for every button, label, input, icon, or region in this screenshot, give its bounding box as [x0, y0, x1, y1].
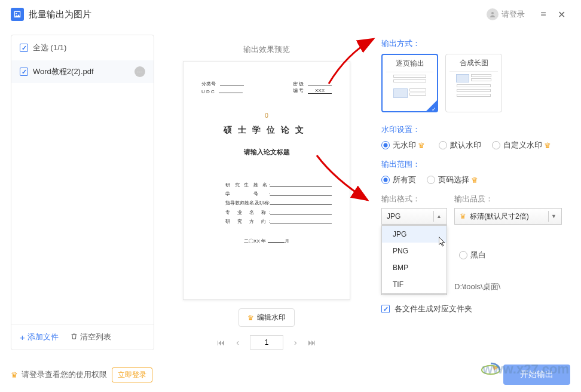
quality-label: 输出品质： — [454, 194, 562, 204]
login-now-button[interactable]: 立即登录 — [112, 368, 152, 382]
format-option-png[interactable]: PNG — [382, 243, 447, 259]
menu-icon[interactable]: ≡ — [539, 9, 548, 20]
crown-icon: ♛ — [418, 141, 425, 150]
preview-panel: 输出效果预览 分类号 U D C 密 级 编 号XXX 0 硕士学位论文 请输入… — [163, 35, 371, 350]
crown-icon: ♛ — [460, 212, 466, 220]
pager-last-icon[interactable]: ⏭ — [308, 338, 316, 347]
avatar-icon — [487, 8, 499, 20]
format-dropdown[interactable]: JPG ▲ — [381, 208, 447, 225]
footer: ♛ 请登录查看您的使用权限 立即登录 开始输出 — [11, 365, 570, 385]
login-button[interactable]: 请登录 — [487, 8, 525, 20]
login-message: ♛ 请登录查看您的使用权限 立即登录 — [11, 368, 152, 382]
radio-default-watermark[interactable]: 默认水印 — [439, 140, 481, 151]
crown-icon: ♛ — [471, 176, 478, 185]
pager-first-icon[interactable]: ⏮ — [217, 338, 225, 347]
crown-icon: ♛ — [544, 141, 551, 150]
output-mode-label: 输出方式： — [381, 38, 570, 49]
chevron-down-icon: ▼ — [548, 211, 559, 222]
format-dropdown-menu: JPG PNG BMP TIF — [381, 225, 447, 293]
app-icon — [11, 8, 24, 21]
mode-long-image[interactable]: 合成长图 — [445, 54, 502, 112]
start-output-button[interactable]: 开始输出 — [503, 365, 570, 385]
radio-all-pages[interactable]: 所有页 — [381, 174, 416, 185]
gen-folder-checkbox[interactable] — [381, 305, 390, 313]
select-all-checkbox[interactable] — [20, 44, 28, 52]
radio-custom-watermark[interactable]: 自定义水印♛ — [492, 140, 554, 151]
file-list-panel: 全选 (1/1) Word教程2(2).pdf ⋯ + 添加文件 清空列表 — [11, 35, 154, 350]
pager: ⏮ ‹ › ⏭ — [217, 335, 316, 350]
preview-title: 输出效果预览 — [243, 44, 290, 55]
savepath-value: D:\tools\桌面\ — [454, 281, 500, 292]
add-file-button[interactable]: + 添加文件 — [20, 332, 59, 342]
format-label: 输出格式： — [381, 194, 447, 204]
page-title: 批量输出为图片 — [29, 9, 91, 20]
plus-icon: + — [20, 332, 25, 342]
crown-icon: ♛ — [247, 314, 254, 322]
watermark-label: 水印设置： — [381, 124, 570, 135]
mode-per-page[interactable]: 逐页输出 — [381, 54, 438, 112]
thesis-title: 硕士学位论文 — [201, 125, 332, 136]
radio-page-select[interactable]: 页码选择♛ — [427, 174, 481, 185]
svg-point-0 — [16, 13, 17, 14]
options-panel: 输出方式： 逐页输出 合成长图 水印设置： — [379, 35, 570, 350]
preview-page: 分类号 U D C 密 级 编 号XXX 0 硕士学位论文 请输入论文标题 研 … — [183, 61, 350, 300]
pager-next-icon[interactable]: › — [294, 338, 297, 347]
file-checkbox[interactable] — [20, 68, 28, 76]
radio-blackwhite[interactable]: 黑白 — [459, 250, 570, 261]
edit-watermark-button[interactable]: ♛ 编辑水印 — [238, 308, 295, 327]
close-icon[interactable]: ✕ — [557, 9, 565, 20]
file-item[interactable]: Word教程2(2).pdf ⋯ — [11, 60, 154, 83]
format-option-bmp[interactable]: BMP — [382, 259, 447, 276]
pager-input[interactable] — [250, 335, 283, 350]
file-more-icon[interactable]: ⋯ — [134, 66, 145, 77]
range-label: 输出范围： — [381, 159, 570, 170]
gen-folder-checkbox-row[interactable]: 各文件生成对应文件夹 — [381, 304, 570, 314]
quality-dropdown[interactable]: ♛ 标清(默认尺寸2倍) ▼ — [454, 208, 562, 225]
title-bar: 批量输出为图片 请登录 ≡ ✕ — [0, 0, 581, 29]
radio-no-watermark[interactable]: 无水印♛ — [381, 140, 428, 151]
file-name: Word教程2(2).pdf — [33, 66, 134, 77]
trash-icon — [71, 333, 78, 342]
select-all-row[interactable]: 全选 (1/1) — [11, 42, 154, 60]
format-option-tif[interactable]: TIF — [382, 276, 447, 293]
pager-prev-icon[interactable]: ‹ — [236, 338, 239, 347]
svg-point-1 — [491, 12, 494, 14]
format-option-jpg[interactable]: JPG — [382, 226, 447, 243]
crown-icon: ♛ — [11, 370, 18, 379]
clear-list-button[interactable]: 清空列表 — [71, 332, 111, 342]
chevron-up-icon: ▲ — [433, 211, 444, 222]
